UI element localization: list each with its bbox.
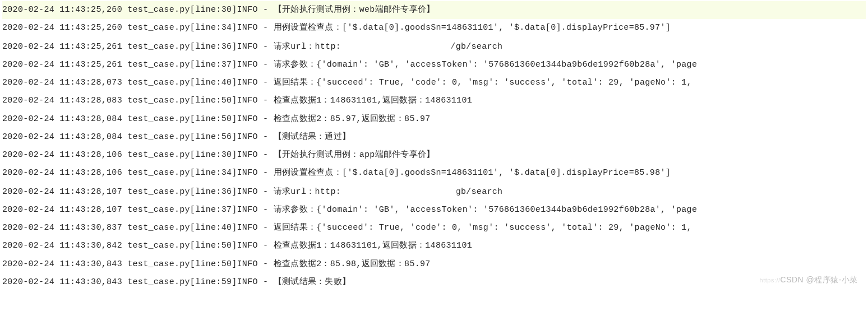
redacted-segment: xxxxxxxxxxxxxxxxxxxxxx <box>341 183 456 201</box>
log-message-suffix: /gb/search <box>450 42 502 52</box>
log-message: 检查点数据1：148631101,返回数据：148631101 <box>274 241 472 250</box>
log-console[interactable]: ✔ 2020-02-24 11:43:25,260 test_case.py[l… <box>0 0 868 292</box>
log-message: 请求url：http: <box>274 42 341 52</box>
log-timestamp-source: 2020-02-24 11:43:30,842 test_case.py[lin… <box>2 241 274 250</box>
log-message: 用例设置检查点：['$.data[0].goodsSn=148631101', … <box>274 168 671 178</box>
log-line[interactable]: 2020-02-24 11:43:30,842 test_case.py[lin… <box>2 237 866 255</box>
log-message: 返回结果：{'succeed': True, 'code': 0, 'msg':… <box>274 223 698 233</box>
log-line[interactable]: 2020-02-24 11:43:25,261 test_case.py[lin… <box>2 38 866 56</box>
log-timestamp-source: 2020-02-24 11:43:25,260 test_case.py[lin… <box>2 23 274 32</box>
log-message-suffix: gb/search <box>456 187 503 197</box>
log-line[interactable]: 2020-02-24 11:43:28,107 test_case.py[lin… <box>2 183 866 201</box>
log-line[interactable]: 2020-02-24 11:43:25,260 test_case.py[lin… <box>2 19 866 37</box>
log-timestamp-source: 2020-02-24 11:43:25,261 test_case.py[lin… <box>2 42 274 52</box>
log-line[interactable]: 2020-02-24 11:43:28,073 test_case.py[lin… <box>2 74 866 92</box>
log-timestamp-source: 2020-02-24 11:43:28,083 test_case.py[lin… <box>2 96 274 105</box>
log-line[interactable]: 2020-02-24 11:43:30,837 test_case.py[lin… <box>2 219 866 237</box>
log-message: 检查点数据2：85.97,返回数据：85.97 <box>274 114 431 124</box>
log-timestamp-source: 2020-02-24 11:43:28,106 test_case.py[lin… <box>2 150 274 160</box>
log-message: 【开始执行测试用例：web端邮件专享价】 <box>274 5 435 15</box>
log-line[interactable]: 2020-02-24 11:43:28,084 test_case.py[lin… <box>2 128 866 146</box>
log-message: 返回结果：{'succeed': True, 'code': 0, 'msg':… <box>274 78 698 87</box>
log-message: 【测试结果：失败】 <box>274 277 351 287</box>
log-timestamp-source: 2020-02-24 11:43:30,843 test_case.py[lin… <box>2 277 274 287</box>
log-message: 检查点数据2：85.98,返回数据：85.97 <box>274 259 431 269</box>
log-timestamp-source: 2020-02-24 11:43:30,837 test_case.py[lin… <box>2 223 274 233</box>
log-timestamp-source: 2020-02-24 11:43:28,107 test_case.py[lin… <box>2 205 274 215</box>
log-message: 【开始执行测试用例：app端邮件专享价】 <box>274 150 435 160</box>
log-timestamp-source: 2020-02-24 11:43:30,843 test_case.py[lin… <box>2 259 274 269</box>
watermark: https://CSDN @程序猿-小菜 <box>760 271 858 288</box>
log-lines-list: 2020-02-24 11:43:25,260 test_case.py[lin… <box>2 1 866 291</box>
log-line[interactable]: 2020-02-24 11:43:28,107 test_case.py[lin… <box>2 201 866 219</box>
log-line[interactable]: 2020-02-24 11:43:30,843 test_case.py[lin… <box>2 255 866 273</box>
log-message: 用例设置检查点：['$.data[0].goodsSn=148631101', … <box>274 23 671 32</box>
log-line[interactable]: 2020-02-24 11:43:28,084 test_case.py[lin… <box>2 110 866 128</box>
log-message: 【测试结果：通过】 <box>274 132 351 142</box>
log-timestamp-source: 2020-02-24 11:43:28,084 test_case.py[lin… <box>2 114 274 124</box>
watermark-text: CSDN @程序猿-小菜 <box>781 275 858 284</box>
log-line[interactable]: 2020-02-24 11:43:25,261 test_case.py[lin… <box>2 56 866 74</box>
log-timestamp-source: 2020-02-24 11:43:28,106 test_case.py[lin… <box>2 168 274 178</box>
log-timestamp-source: 2020-02-24 11:43:25,260 test_case.py[lin… <box>2 5 274 15</box>
log-message: 检查点数据1：148631101,返回数据：148631101 <box>274 96 472 105</box>
log-message: 请求url：http: <box>274 187 341 197</box>
log-message: 请求参数：{'domain': 'GB', 'accessToken': '57… <box>274 205 698 215</box>
log-timestamp-source: 2020-02-24 11:43:25,261 test_case.py[lin… <box>2 60 274 69</box>
log-line[interactable]: 2020-02-24 11:43:28,106 test_case.py[lin… <box>2 164 866 182</box>
log-line[interactable]: 2020-02-24 11:43:30,843 test_case.py[lin… <box>2 273 866 291</box>
log-line[interactable]: 2020-02-24 11:43:28,106 test_case.py[lin… <box>2 146 866 164</box>
log-line[interactable]: 2020-02-24 11:43:25,260 test_case.py[lin… <box>2 1 866 19</box>
watermark-prefix: https:// <box>760 277 781 283</box>
log-line[interactable]: 2020-02-24 11:43:28,083 test_case.py[lin… <box>2 92 866 110</box>
log-timestamp-source: 2020-02-24 11:43:28,084 test_case.py[lin… <box>2 132 274 142</box>
log-message: 请求参数：{'domain': 'GB', 'accessToken': '57… <box>274 60 698 69</box>
log-timestamp-source: 2020-02-24 11:43:28,107 test_case.py[lin… <box>2 187 274 197</box>
log-timestamp-source: 2020-02-24 11:43:28,073 test_case.py[lin… <box>2 78 274 87</box>
redacted-segment: xxxxxxxxxxxxxxxxxxxxx <box>341 38 450 55</box>
